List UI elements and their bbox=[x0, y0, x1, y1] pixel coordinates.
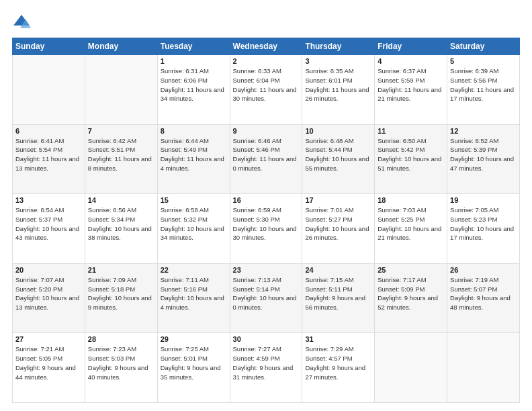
day-info: Sunrise: 6:42 AM Sunset: 5:51 PM Dayligh… bbox=[88, 136, 154, 173]
day-info: Sunrise: 7:27 AM Sunset: 4:59 PM Dayligh… bbox=[233, 345, 300, 381]
calendar-week-row: 6Sunrise: 6:41 AM Sunset: 5:54 PM Daylig… bbox=[13, 124, 520, 194]
calendar-cell: 11Sunrise: 6:50 AM Sunset: 5:42 PM Dayli… bbox=[375, 124, 447, 194]
day-info: Sunrise: 7:19 AM Sunset: 5:07 PM Dayligh… bbox=[450, 275, 517, 312]
day-info: Sunrise: 7:11 AM Sunset: 5:16 PM Dayligh… bbox=[161, 275, 227, 312]
calendar-cell: 1Sunrise: 6:31 AM Sunset: 6:06 PM Daylig… bbox=[157, 55, 230, 125]
day-info: Sunrise: 6:58 AM Sunset: 5:32 PM Dayligh… bbox=[161, 205, 227, 242]
calendar-cell: 17Sunrise: 7:01 AM Sunset: 5:27 PM Dayli… bbox=[302, 194, 375, 264]
weekday-header-tuesday: Tuesday bbox=[157, 38, 230, 55]
day-number: 14 bbox=[88, 196, 154, 204]
calendar-cell: 24Sunrise: 7:15 AM Sunset: 5:11 PM Dayli… bbox=[302, 263, 375, 333]
day-number: 4 bbox=[378, 57, 444, 65]
calendar-cell: 21Sunrise: 7:09 AM Sunset: 5:18 PM Dayli… bbox=[85, 263, 157, 333]
day-number: 7 bbox=[88, 127, 154, 135]
calendar-cell: 20Sunrise: 7:07 AM Sunset: 5:20 PM Dayli… bbox=[13, 263, 85, 333]
calendar-cell: 27Sunrise: 7:21 AM Sunset: 5:05 PM Dayli… bbox=[13, 333, 85, 403]
weekday-header-thursday: Thursday bbox=[302, 38, 375, 55]
calendar-cell bbox=[13, 55, 85, 125]
calendar-cell: 12Sunrise: 6:52 AM Sunset: 5:39 PM Dayli… bbox=[447, 124, 520, 194]
calendar-cell: 22Sunrise: 7:11 AM Sunset: 5:16 PM Dayli… bbox=[157, 263, 230, 333]
day-number: 11 bbox=[378, 127, 444, 135]
day-number: 31 bbox=[305, 335, 371, 343]
day-info: Sunrise: 6:54 AM Sunset: 5:37 PM Dayligh… bbox=[15, 205, 82, 242]
calendar-week-row: 20Sunrise: 7:07 AM Sunset: 5:20 PM Dayli… bbox=[13, 263, 520, 333]
day-info: Sunrise: 6:52 AM Sunset: 5:39 PM Dayligh… bbox=[450, 136, 517, 173]
logo bbox=[12, 12, 34, 31]
day-number: 28 bbox=[88, 335, 154, 343]
calendar-cell: 14Sunrise: 6:56 AM Sunset: 5:34 PM Dayli… bbox=[85, 194, 157, 264]
calendar-cell: 7Sunrise: 6:42 AM Sunset: 5:51 PM Daylig… bbox=[85, 124, 157, 194]
calendar-cell: 30Sunrise: 7:27 AM Sunset: 4:59 PM Dayli… bbox=[230, 333, 302, 403]
calendar-cell bbox=[375, 333, 447, 403]
day-number: 2 bbox=[233, 57, 300, 65]
day-number: 15 bbox=[161, 196, 227, 204]
calendar-cell: 31Sunrise: 7:29 AM Sunset: 4:57 PM Dayli… bbox=[302, 333, 375, 403]
day-number: 5 bbox=[450, 57, 517, 65]
calendar-week-row: 13Sunrise: 6:54 AM Sunset: 5:37 PM Dayli… bbox=[13, 194, 520, 264]
day-info: Sunrise: 6:35 AM Sunset: 6:01 PM Dayligh… bbox=[305, 66, 371, 103]
calendar-cell: 10Sunrise: 6:48 AM Sunset: 5:44 PM Dayli… bbox=[302, 124, 375, 194]
day-number: 17 bbox=[305, 196, 371, 204]
day-info: Sunrise: 6:31 AM Sunset: 6:06 PM Dayligh… bbox=[161, 66, 227, 103]
weekday-header-monday: Monday bbox=[85, 38, 157, 55]
day-info: Sunrise: 7:07 AM Sunset: 5:20 PM Dayligh… bbox=[15, 275, 82, 312]
day-info: Sunrise: 7:03 AM Sunset: 5:25 PM Dayligh… bbox=[378, 205, 444, 242]
day-number: 26 bbox=[450, 266, 517, 274]
day-info: Sunrise: 6:33 AM Sunset: 6:04 PM Dayligh… bbox=[233, 66, 300, 103]
day-number: 25 bbox=[378, 266, 444, 274]
weekday-header-row: SundayMondayTuesdayWednesdayThursdayFrid… bbox=[13, 38, 520, 55]
calendar-cell: 28Sunrise: 7:23 AM Sunset: 5:03 PM Dayli… bbox=[85, 333, 157, 403]
calendar-cell: 29Sunrise: 7:25 AM Sunset: 5:01 PM Dayli… bbox=[157, 333, 230, 403]
page: SundayMondayTuesdayWednesdayThursdayFrid… bbox=[0, 0, 532, 411]
day-info: Sunrise: 6:44 AM Sunset: 5:49 PM Dayligh… bbox=[161, 136, 227, 173]
day-number: 10 bbox=[305, 127, 371, 135]
day-number: 1 bbox=[161, 57, 227, 65]
day-number: 27 bbox=[15, 335, 82, 343]
day-number: 22 bbox=[161, 266, 227, 274]
day-info: Sunrise: 7:17 AM Sunset: 5:09 PM Dayligh… bbox=[378, 275, 444, 312]
day-info: Sunrise: 6:46 AM Sunset: 5:46 PM Dayligh… bbox=[233, 136, 300, 173]
calendar-cell: 6Sunrise: 6:41 AM Sunset: 5:54 PM Daylig… bbox=[13, 124, 85, 194]
day-number: 29 bbox=[161, 335, 227, 343]
day-info: Sunrise: 7:23 AM Sunset: 5:03 PM Dayligh… bbox=[88, 345, 154, 381]
calendar-cell: 13Sunrise: 6:54 AM Sunset: 5:37 PM Dayli… bbox=[13, 194, 85, 264]
logo-icon bbox=[12, 12, 31, 31]
calendar-cell: 19Sunrise: 7:05 AM Sunset: 5:23 PM Dayli… bbox=[447, 194, 520, 264]
day-info: Sunrise: 6:50 AM Sunset: 5:42 PM Dayligh… bbox=[378, 136, 444, 173]
day-info: Sunrise: 6:59 AM Sunset: 5:30 PM Dayligh… bbox=[233, 205, 300, 242]
day-info: Sunrise: 6:41 AM Sunset: 5:54 PM Dayligh… bbox=[15, 136, 82, 173]
day-info: Sunrise: 6:37 AM Sunset: 5:59 PM Dayligh… bbox=[378, 66, 444, 103]
weekday-header-wednesday: Wednesday bbox=[230, 38, 302, 55]
calendar-cell: 9Sunrise: 6:46 AM Sunset: 5:46 PM Daylig… bbox=[230, 124, 302, 194]
calendar-cell: 26Sunrise: 7:19 AM Sunset: 5:07 PM Dayli… bbox=[447, 263, 520, 333]
calendar-cell: 3Sunrise: 6:35 AM Sunset: 6:01 PM Daylig… bbox=[302, 55, 375, 125]
day-info: Sunrise: 7:01 AM Sunset: 5:27 PM Dayligh… bbox=[305, 205, 371, 242]
calendar-cell: 5Sunrise: 6:39 AM Sunset: 5:56 PM Daylig… bbox=[447, 55, 520, 125]
day-info: Sunrise: 7:09 AM Sunset: 5:18 PM Dayligh… bbox=[88, 275, 154, 312]
day-info: Sunrise: 6:56 AM Sunset: 5:34 PM Dayligh… bbox=[88, 205, 154, 242]
day-info: Sunrise: 7:25 AM Sunset: 5:01 PM Dayligh… bbox=[161, 345, 227, 381]
weekday-header-saturday: Saturday bbox=[447, 38, 520, 55]
calendar-week-row: 27Sunrise: 7:21 AM Sunset: 5:05 PM Dayli… bbox=[13, 333, 520, 403]
day-info: Sunrise: 7:21 AM Sunset: 5:05 PM Dayligh… bbox=[15, 345, 82, 381]
day-info: Sunrise: 7:05 AM Sunset: 5:23 PM Dayligh… bbox=[450, 205, 517, 242]
day-info: Sunrise: 6:39 AM Sunset: 5:56 PM Dayligh… bbox=[450, 66, 517, 103]
calendar-cell: 2Sunrise: 6:33 AM Sunset: 6:04 PM Daylig… bbox=[230, 55, 302, 125]
calendar-cell: 4Sunrise: 6:37 AM Sunset: 5:59 PM Daylig… bbox=[375, 55, 447, 125]
day-info: Sunrise: 6:48 AM Sunset: 5:44 PM Dayligh… bbox=[305, 136, 371, 173]
day-info: Sunrise: 7:13 AM Sunset: 5:14 PM Dayligh… bbox=[233, 275, 300, 312]
day-number: 18 bbox=[378, 196, 444, 204]
day-info: Sunrise: 7:29 AM Sunset: 4:57 PM Dayligh… bbox=[305, 345, 371, 381]
day-number: 9 bbox=[233, 127, 300, 135]
header bbox=[12, 12, 520, 31]
calendar-cell: 16Sunrise: 6:59 AM Sunset: 5:30 PM Dayli… bbox=[230, 194, 302, 264]
day-number: 20 bbox=[15, 266, 82, 274]
day-number: 6 bbox=[15, 127, 82, 135]
calendar-cell: 18Sunrise: 7:03 AM Sunset: 5:25 PM Dayli… bbox=[375, 194, 447, 264]
day-number: 19 bbox=[450, 196, 517, 204]
weekday-header-sunday: Sunday bbox=[13, 38, 85, 55]
day-number: 3 bbox=[305, 57, 371, 65]
day-number: 30 bbox=[233, 335, 300, 343]
calendar-cell: 15Sunrise: 6:58 AM Sunset: 5:32 PM Dayli… bbox=[157, 194, 230, 264]
calendar-table: SundayMondayTuesdayWednesdayThursdayFrid… bbox=[12, 38, 520, 403]
